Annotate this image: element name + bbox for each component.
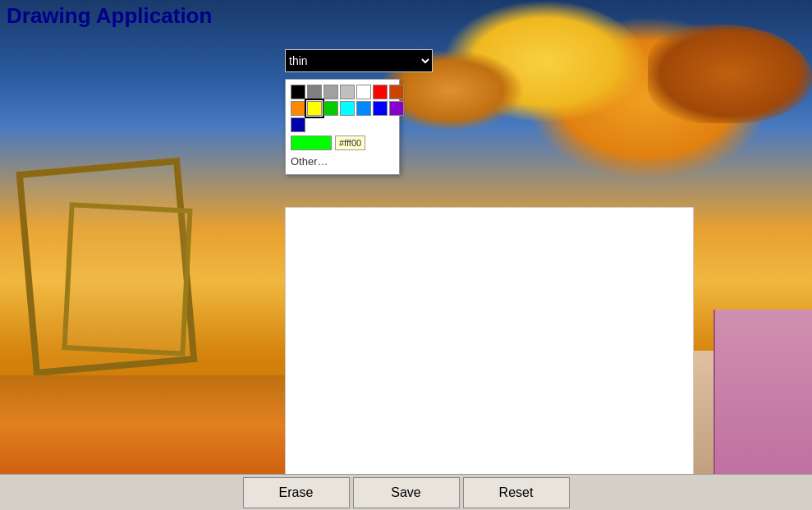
color-grid	[291, 85, 394, 132]
swatch-light-gray-1[interactable]	[323, 85, 338, 99]
swatch-gray[interactable]	[307, 85, 322, 99]
swatch-white[interactable]	[356, 85, 371, 99]
swatch-orange[interactable]	[291, 101, 305, 116]
left-structure-2	[62, 202, 192, 356]
color-palette: #fff00 Other…	[285, 79, 400, 175]
custom-color-preview[interactable]	[291, 136, 332, 150]
stroke-select[interactable]: thin medium thick	[285, 49, 433, 72]
swatch-red[interactable]	[373, 85, 388, 99]
swatch-blue[interactable]	[373, 101, 388, 116]
custom-color-tooltip: #fff00	[335, 136, 365, 150]
swatch-black[interactable]	[291, 85, 305, 99]
bottom-toolbar: Erase Save Reset	[0, 474, 812, 510]
swatch-yellow[interactable]	[307, 101, 322, 116]
swatch-dark-orange[interactable]	[389, 85, 404, 99]
custom-color-row: #fff00	[291, 136, 394, 150]
swatch-purple[interactable]	[389, 101, 404, 116]
swatch-cyan[interactable]	[340, 101, 355, 116]
drawing-canvas[interactable]	[285, 207, 694, 510]
color-picker-trigger: thin medium thick	[285, 49, 694, 72]
erase-button[interactable]: Erase	[243, 477, 350, 508]
save-button[interactable]: Save	[353, 477, 460, 508]
drawing-area-wrapper: thin medium thick	[285, 49, 694, 510]
swatch-light-gray-2[interactable]	[340, 85, 355, 99]
right-building	[713, 310, 812, 474]
swatch-sky-blue[interactable]	[356, 101, 371, 116]
other-color-link[interactable]: Other…	[291, 154, 394, 169]
swatch-green[interactable]	[323, 101, 338, 116]
reset-button[interactable]: Reset	[463, 477, 570, 508]
swatch-dark-blue[interactable]	[291, 117, 305, 132]
app-title: Drawing Application	[0, 0, 218, 32]
